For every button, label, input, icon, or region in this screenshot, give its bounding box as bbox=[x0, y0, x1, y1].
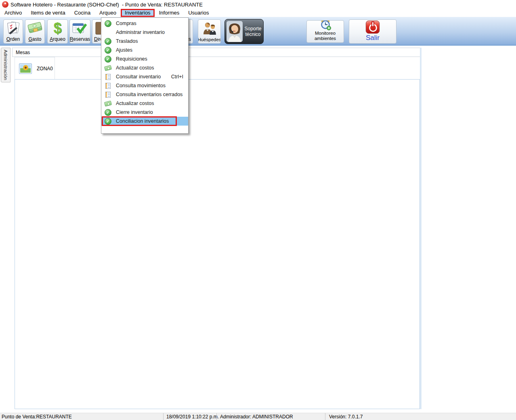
status-version: Versión: 7.0.1.7 bbox=[329, 414, 363, 420]
mesas-panel-header: Mesas bbox=[12, 48, 421, 57]
menu-bar: Archivo Items de venta Cocina Arqueo Inv… bbox=[0, 9, 516, 17]
menu-item-label: Conciliacion inventarios bbox=[116, 118, 169, 124]
huespedes-button[interactable]: Huéspedes bbox=[198, 19, 221, 44]
status-datetime: 18/09/2019 1:10:22 p.m. bbox=[166, 414, 219, 420]
menu-item-label: Actualizar costos bbox=[116, 65, 154, 71]
menu-item-actualizar-costos-1[interactable]: Actualizar costos bbox=[101, 63, 188, 72]
inventarios-dropdown-menu: Compras Administrar inventario Traslados… bbox=[101, 17, 189, 134]
guests-icon bbox=[198, 20, 220, 37]
calendar-check-icon bbox=[70, 20, 90, 36]
mesas-label: Mesas bbox=[16, 50, 30, 55]
menu-informes[interactable]: Informes bbox=[155, 9, 184, 17]
partial-label: s bbox=[189, 36, 191, 42]
support-agent-photo bbox=[227, 21, 243, 42]
status-pos: Punto de Venta:RESTAURANTE bbox=[2, 414, 72, 420]
gasto-label: Gasto bbox=[28, 36, 41, 42]
menu-items-de-venta[interactable]: Items de venta bbox=[26, 9, 69, 17]
title-bar: * Software Hotelero - Restaurante (SOHO-… bbox=[0, 0, 516, 9]
status-divider bbox=[163, 413, 164, 420]
orden-label: Orden bbox=[6, 36, 20, 42]
salir-label: Salir bbox=[366, 34, 380, 42]
alarm-clock-icon bbox=[307, 20, 344, 31]
money-icon bbox=[105, 65, 111, 71]
order-note-icon bbox=[4, 20, 23, 36]
menu-item-label: Actualizar costos bbox=[116, 101, 154, 106]
menu-arqueo[interactable]: Arqueo bbox=[95, 9, 121, 17]
monitoreo-ambientes-label: Monitoreo ambientes bbox=[307, 31, 344, 41]
dollar-sign-icon: $ bbox=[48, 20, 67, 36]
list-icon bbox=[105, 74, 111, 80]
check-circle-icon bbox=[105, 47, 111, 54]
check-circle-icon bbox=[105, 118, 111, 125]
menu-item-consultar-inventario[interactable]: Consultar inventario Ctrl+I bbox=[101, 72, 188, 81]
status-divider bbox=[325, 413, 325, 420]
no-icon bbox=[105, 29, 111, 36]
arqueo-label: Arqueo bbox=[50, 36, 65, 42]
app-icon: * bbox=[2, 1, 8, 8]
list-icon bbox=[105, 91, 111, 98]
check-circle-icon bbox=[105, 38, 111, 45]
money-stack-icon bbox=[25, 20, 44, 36]
window-title: Software Hotelero - Restaurante (SOHO-Ch… bbox=[10, 2, 203, 8]
menu-usuarios[interactable]: Usuarios bbox=[184, 9, 213, 17]
administracion-label: Administración bbox=[3, 50, 8, 80]
menu-item-label: Requisiciones bbox=[116, 56, 147, 62]
menu-item-administrar-inventario[interactable]: Administrar inventario bbox=[101, 28, 188, 37]
arqueo-button[interactable]: $ Arqueo bbox=[47, 19, 68, 44]
tab-zona0[interactable]: ZONA0 bbox=[15, 57, 55, 80]
menu-item-label: Consulta inventarios cerrados bbox=[116, 92, 182, 97]
check-circle-icon bbox=[105, 20, 111, 27]
soporte-tecnico-button[interactable]: Soporte técnico bbox=[224, 19, 264, 44]
menu-item-label: Consulta movimientos bbox=[116, 83, 166, 88]
shortcut-label: Ctrl+I bbox=[171, 74, 183, 80]
status-admin: Administrador: ADMINISTRADOR bbox=[220, 414, 293, 420]
orden-button[interactable]: Orden bbox=[3, 19, 23, 44]
menu-cocina[interactable]: Cocina bbox=[70, 9, 95, 17]
menu-item-label: Administrar inventario bbox=[116, 29, 165, 35]
menu-item-label: Cierre inventario bbox=[116, 109, 153, 115]
menu-item-ajustes[interactable]: Ajustes bbox=[101, 46, 188, 55]
monitoreo-ambientes-button[interactable]: Monitoreo ambientes bbox=[306, 20, 344, 43]
reservas-label: Reservas bbox=[70, 36, 90, 42]
menu-item-label: Consultar inventario bbox=[116, 74, 161, 80]
menu-item-consulta-inventarios-cerrados[interactable]: Consulta inventarios cerrados bbox=[101, 90, 188, 99]
menu-item-traslados[interactable]: Traslados bbox=[101, 37, 188, 46]
money-icon bbox=[105, 100, 111, 107]
menu-item-actualizar-costos-2[interactable]: Actualizar costos bbox=[101, 99, 188, 108]
menu-item-consulta-movimientos[interactable]: Consulta movimientos bbox=[101, 81, 188, 90]
mesas-content-area[interactable] bbox=[15, 79, 420, 409]
gasto-button[interactable]: Gasto bbox=[25, 19, 45, 44]
check-circle-icon bbox=[105, 56, 111, 63]
sidebar-tab-administracion[interactable]: Administración bbox=[1, 48, 10, 82]
panel-right-edge bbox=[420, 48, 422, 409]
menu-item-cierre-inventario[interactable]: Cierre inventario bbox=[101, 108, 188, 117]
list-icon bbox=[105, 82, 111, 89]
status-divider bbox=[216, 413, 217, 420]
zona0-label: ZONA0 bbox=[37, 66, 53, 71]
menu-item-label: Ajustes bbox=[116, 47, 132, 53]
menu-inventarios[interactable]: Inventarios bbox=[121, 9, 155, 17]
huespedes-label: Huéspedes bbox=[198, 37, 221, 42]
soporte-tecnico-label: Soporte técnico bbox=[244, 26, 262, 37]
salir-button[interactable]: Salir bbox=[349, 19, 396, 44]
menu-item-label: Traslados bbox=[116, 38, 138, 44]
menu-item-compras[interactable]: Compras bbox=[101, 19, 188, 28]
menu-item-conciliacion-inventarios[interactable]: Conciliacion inventarios bbox=[101, 117, 188, 126]
zone-picture-icon bbox=[19, 63, 32, 74]
reservas-button[interactable]: Reservas bbox=[69, 19, 90, 44]
status-bar: Punto de Venta:RESTAURANTE 18/09/2019 1:… bbox=[0, 413, 516, 420]
toolbar: Orden Gasto $ Arqueo bbox=[0, 17, 516, 46]
menu-item-requisiciones[interactable]: Requisiciones bbox=[101, 55, 188, 63]
menu-item-label: Compras bbox=[116, 21, 136, 26]
menu-archivo[interactable]: Archivo bbox=[0, 9, 26, 17]
app-window: * Software Hotelero - Restaurante (SOHO-… bbox=[0, 0, 516, 420]
power-icon bbox=[349, 20, 396, 34]
check-circle-icon bbox=[105, 109, 111, 116]
